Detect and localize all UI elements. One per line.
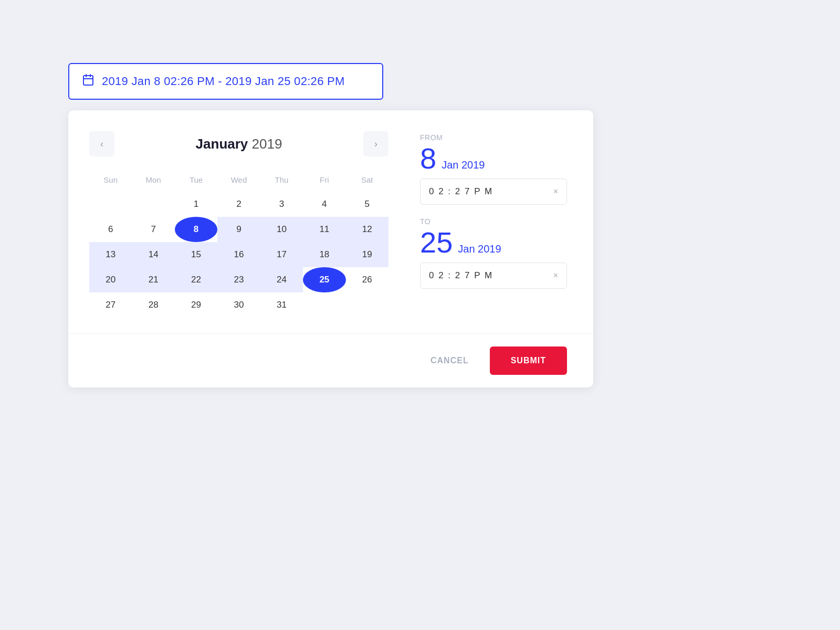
table-row (346, 292, 388, 318)
to-month-year: Jan 2019 (458, 243, 501, 255)
table-row[interactable]: 19 (346, 242, 388, 267)
calendar-days: 1234567891011121314151617181920212223242… (89, 192, 388, 318)
to-time-value: 0 2 : 2 7 P M (429, 270, 493, 281)
table-row (89, 192, 132, 217)
from-label: From (420, 133, 567, 142)
table-row[interactable]: 12 (346, 217, 388, 242)
calendar-icon (82, 74, 94, 89)
table-row[interactable]: 15 (175, 242, 217, 267)
table-row[interactable]: 31 (260, 292, 303, 318)
table-row[interactable]: 9 (217, 217, 260, 242)
day-header-sat: Sat (346, 172, 388, 187)
table-row[interactable]: 2 (217, 192, 260, 217)
table-row[interactable]: 8 (175, 217, 217, 242)
table-row[interactable]: 4 (303, 192, 345, 217)
table-row[interactable]: 11 (303, 217, 345, 242)
day-header-tue: Tue (175, 172, 217, 187)
right-panel: From 8 Jan 2019 0 2 : 2 7 P M × To 25 Ja… (420, 131, 567, 318)
table-row[interactable]: 10 (260, 217, 303, 242)
calendar-grid: Sun Mon Tue Wed Thu Fri Sat 123456789101… (89, 172, 388, 318)
from-time-input[interactable]: 0 2 : 2 7 P M × (420, 178, 567, 205)
from-big-date: 8 Jan 2019 (420, 144, 567, 173)
date-range-text: 2019 Jan 8 02:26 PM - 2019 Jan 25 02:26 … (102, 75, 345, 88)
to-time-input[interactable]: 0 2 : 2 7 P M × (420, 262, 567, 289)
from-clear-button[interactable]: × (553, 187, 558, 196)
to-day: 25 (420, 228, 453, 257)
to-label: To (420, 217, 567, 226)
prev-month-button[interactable]: ‹ (89, 131, 114, 156)
calendar-section: ‹ January 2019 › Sun Mon Tue Wed Thu Fri… (89, 131, 388, 318)
table-row (303, 292, 345, 318)
day-header-thu: Thu (260, 172, 303, 187)
table-row[interactable]: 16 (217, 242, 260, 267)
table-row[interactable]: 29 (175, 292, 217, 318)
table-row[interactable]: 28 (132, 292, 174, 318)
day-header-wed: Wed (217, 172, 260, 187)
day-header-sun: Sun (89, 172, 132, 187)
table-row[interactable]: 25 (303, 267, 345, 292)
table-row[interactable]: 18 (303, 242, 345, 267)
table-row[interactable]: 26 (346, 267, 388, 292)
from-day: 8 (420, 144, 436, 173)
to-clear-button[interactable]: × (553, 271, 558, 280)
to-section: To 25 Jan 2019 0 2 : 2 7 P M × (420, 217, 567, 289)
submit-button[interactable]: SUBMIT (490, 346, 567, 375)
cancel-button[interactable]: CANCEL (422, 351, 477, 371)
table-row[interactable]: 17 (260, 242, 303, 267)
svg-rect-0 (83, 76, 93, 85)
table-row[interactable]: 21 (132, 267, 174, 292)
month-year-label: January 2019 (196, 136, 282, 152)
day-headers: Sun Mon Tue Wed Thu Fri Sat (89, 172, 388, 187)
from-section: From 8 Jan 2019 0 2 : 2 7 P M × (420, 133, 567, 205)
table-row[interactable]: 30 (217, 292, 260, 318)
table-row[interactable]: 24 (260, 267, 303, 292)
date-picker-modal: ‹ January 2019 › Sun Mon Tue Wed Thu Fri… (68, 110, 593, 387)
table-row[interactable]: 13 (89, 242, 132, 267)
table-row[interactable]: 5 (346, 192, 388, 217)
table-row[interactable]: 23 (217, 267, 260, 292)
calendar-header: ‹ January 2019 › (89, 131, 388, 156)
to-big-date: 25 Jan 2019 (420, 228, 567, 257)
table-row[interactable]: 27 (89, 292, 132, 318)
table-row[interactable]: 6 (89, 217, 132, 242)
table-row[interactable]: 14 (132, 242, 174, 267)
modal-footer: CANCEL SUBMIT (68, 333, 593, 387)
table-row[interactable]: 1 (175, 192, 217, 217)
day-header-fri: Fri (303, 172, 345, 187)
table-row[interactable]: 22 (175, 267, 217, 292)
next-month-button[interactable]: › (363, 131, 388, 156)
table-row[interactable]: 3 (260, 192, 303, 217)
table-row (132, 192, 174, 217)
table-row[interactable]: 7 (132, 217, 174, 242)
from-month-year: Jan 2019 (442, 159, 485, 171)
from-time-value: 0 2 : 2 7 P M (429, 186, 493, 197)
day-header-mon: Mon (132, 172, 174, 187)
table-row[interactable]: 20 (89, 267, 132, 292)
date-range-input[interactable]: 2019 Jan 8 02:26 PM - 2019 Jan 25 02:26 … (68, 63, 383, 100)
